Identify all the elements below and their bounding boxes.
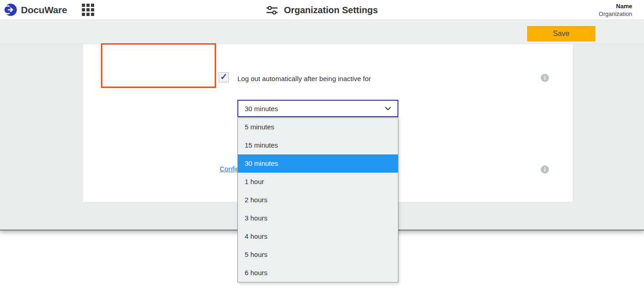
checkmark-icon: ✓	[220, 72, 227, 81]
apps-grid-icon[interactable]	[82, 4, 94, 16]
info-icon-session[interactable]: i	[541, 74, 549, 82]
page-title-area: Organization Settings	[266, 0, 378, 20]
brand: DocuWare	[0, 4, 94, 16]
user-info[interactable]: Name Organization	[599, 2, 632, 18]
brand-name: DocuWare	[21, 5, 67, 15]
timeout-select-value: 30 minutes	[245, 105, 385, 113]
timeout-option[interactable]: 5 hours	[238, 246, 398, 264]
timeout-option[interactable]: 4 hours	[238, 227, 398, 246]
chevron-down-icon	[385, 107, 391, 111]
timeout-option[interactable]: 30 minutes	[238, 154, 398, 173]
top-header: DocuWare Organization Settings Name Orga…	[0, 0, 644, 20]
save-button[interactable]: Save	[527, 26, 595, 41]
docuware-logo-icon	[5, 4, 17, 16]
user-name: Name	[599, 2, 632, 10]
screen: DocuWare Organization Settings Name Orga…	[0, 0, 644, 292]
timeout-option[interactable]: 1 hour	[238, 173, 398, 191]
info-icon-other[interactable]: i	[541, 165, 549, 174]
automatic-logout-checkbox[interactable]: ✓	[219, 72, 229, 82]
timeout-option[interactable]: 5 minutes	[238, 118, 398, 136]
user-organization: Organization	[599, 10, 632, 18]
page-title: Organization Settings	[284, 5, 378, 15]
action-toolbar: Save	[0, 20, 644, 44]
timeout-option[interactable]: 15 minutes	[238, 136, 398, 154]
logout-description: Log out automatically after being inacti…	[237, 73, 392, 85]
timeout-option[interactable]: 6 hours	[238, 264, 398, 282]
settings-sliders-icon	[266, 5, 278, 15]
timeout-option[interactable]: 2 hours	[238, 191, 398, 209]
timeout-select[interactable]: 30 minutes	[237, 100, 398, 117]
timeout-option[interactable]: 3 hours	[238, 209, 398, 227]
timeout-dropdown-list: 5 minutes15 minutes30 minutes1 hour2 hou…	[237, 118, 398, 282]
